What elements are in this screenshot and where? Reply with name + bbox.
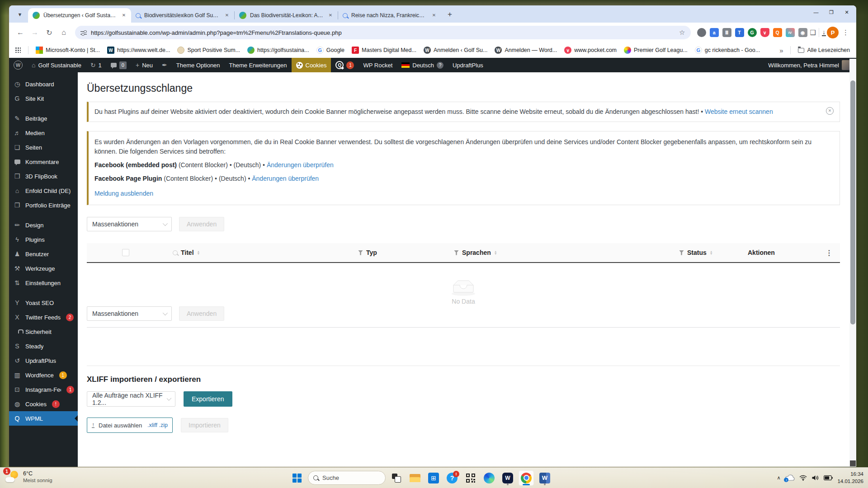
browser-tab[interactable]: Biodiversitätslexikon Golf Susta✕: [131, 8, 234, 23]
chrome-button[interactable]: [519, 470, 534, 486]
downloads-icon[interactable]: ↓: [822, 29, 826, 36]
wp-rocket-menu[interactable]: WP Rocket: [359, 58, 397, 72]
bulk-actions-select[interactable]: Massenaktionen: [87, 217, 172, 231]
sidebar-item-benutzer[interactable]: ♟Benutzer: [9, 247, 78, 261]
pocket-extension-icon[interactable]: ∨: [760, 28, 769, 37]
bookmarks-overflow-icon[interactable]: »: [779, 47, 783, 54]
theme-options-menu[interactable]: Theme Optionen: [172, 58, 225, 72]
reload-button[interactable]: ↻: [42, 26, 56, 39]
close-button[interactable]: ✕: [839, 6, 854, 18]
column-titel[interactable]: Titel▲▼: [173, 243, 200, 262]
get-help-button[interactable]: ?!: [444, 470, 460, 486]
sidebar-item-wordfence[interactable]: ▥Wordfence1: [9, 368, 78, 382]
updraft-menu[interactable]: UpdraftPlus: [448, 58, 488, 72]
forward-button[interactable]: →: [28, 26, 42, 39]
invid-extension-icon[interactable]: iV: [786, 28, 795, 37]
bookmark-item[interactable]: ∨www.pocket.com: [564, 47, 617, 54]
qr-app-button[interactable]: [463, 470, 478, 486]
sidebar-item-medien[interactable]: ♬Medien: [9, 126, 78, 140]
rescan-link[interactable]: Website erneut scannen: [705, 108, 773, 115]
sidebar-item-sicherheit[interactable]: Sicherheit: [9, 324, 78, 339]
tab-close-icon[interactable]: ✕: [120, 12, 127, 19]
wp-logo-menu[interactable]: W: [9, 58, 27, 72]
bookmark-item[interactable]: FMasters Digital Med...: [352, 47, 416, 54]
sidebar-item-site-kit[interactable]: GSite Kit: [9, 91, 78, 106]
review-changes-link[interactable]: Änderungen überprüfen: [252, 175, 319, 182]
taskbar-search[interactable]: Suche: [308, 471, 386, 485]
account-menu[interactable]: Willkommen, Petra Himmel: [764, 58, 856, 72]
sidebar-item-yoast-seo[interactable]: YYoast SEO: [9, 296, 78, 310]
webex-button[interactable]: W: [500, 470, 515, 486]
sidebar-item-kommentare[interactable]: Kommentare: [9, 155, 78, 169]
word-button[interactable]: W: [537, 470, 552, 486]
sidebar-item-twitter-feeds[interactable]: XTwitter Feeds2: [9, 310, 78, 324]
onedrive-icon[interactable]: i: [785, 474, 795, 481]
theme-pen-menu[interactable]: ✒: [157, 58, 172, 72]
sidebar-item-3d-flipbook[interactable]: ❒3D FlipBook: [9, 169, 78, 183]
browser-tab[interactable]: Das Biodiversität-Lexikon: Alles✕: [235, 8, 338, 23]
notice-close-icon[interactable]: ✕: [826, 107, 834, 115]
battery-icon[interactable]: [824, 475, 833, 480]
weather-widget[interactable]: 1 6°C Meist sonnig: [5, 470, 52, 483]
q-search-extension-icon[interactable]: Q: [773, 28, 782, 37]
sidebar-item-wpml[interactable]: QWPML: [9, 411, 78, 426]
file-explorer-button[interactable]: [407, 470, 423, 486]
updates-menu[interactable]: ↻1: [86, 58, 106, 72]
address-bar[interactable]: https://golfsustainable.com/wp-admin/adm…: [75, 26, 691, 39]
hide-message-link[interactable]: Meldung ausblenden: [94, 189, 153, 198]
translate-extension-icon[interactable]: a: [710, 28, 719, 37]
column-sprachen[interactable]: Sprachen▲▼: [454, 243, 497, 262]
restore-button[interactable]: ❐: [824, 6, 839, 18]
start-button[interactable]: [289, 470, 305, 486]
scrollbar-thumb[interactable]: [850, 80, 855, 324]
archive-trash-extension-icon[interactable]: Ⅲ: [722, 28, 731, 37]
profile-avatar[interactable]: P: [827, 27, 839, 38]
filter-icon[interactable]: [454, 250, 459, 255]
sidebar-item-instagram-feed[interactable]: ⊡Instagram-Feed1: [9, 382, 78, 397]
language-menu[interactable]: Deutsch?: [397, 58, 448, 72]
sidebar-item-dashboard[interactable]: ◷Dashboard: [9, 77, 78, 91]
sidebar-item-seiten[interactable]: ❏Seiten: [9, 140, 78, 155]
cookies-menu[interactable]: Cookies: [292, 58, 331, 72]
bookmark-item[interactable]: WAnmelden — Word...: [495, 47, 557, 54]
volume-icon[interactable]: [811, 475, 819, 481]
bookmark-item[interactable]: Whttps://www.welt.de...: [107, 47, 170, 54]
sort-icon[interactable]: ▲▼: [710, 250, 713, 255]
apps-grid-icon[interactable]: [15, 47, 21, 53]
tab-close-icon[interactable]: ✕: [327, 12, 334, 19]
tab-search-button[interactable]: ▼: [14, 8, 26, 21]
browser-tab[interactable]: Reise nach Nizza, Frankreich - S✕: [338, 8, 441, 23]
bookmark-star-icon[interactable]: ☆: [679, 28, 685, 37]
bookmark-item[interactable]: Premier Golf Leagu...: [624, 47, 688, 54]
all-bookmarks-button[interactable]: Alle Lesezeichen: [798, 47, 850, 53]
extensions-icon[interactable]: ❑: [810, 28, 816, 37]
export-button[interactable]: Exportieren: [184, 391, 232, 407]
sidebar-item-enfold-child-de-[interactable]: ⌂Enfold Child (DE): [9, 183, 78, 198]
grammarly-extension-icon[interactable]: G: [748, 28, 757, 37]
review-changes-link[interactable]: Änderungen überprüfen: [267, 161, 334, 169]
sort-icon[interactable]: ▲▼: [494, 250, 497, 255]
sort-icon[interactable]: ▲▼: [197, 250, 200, 255]
search-icon[interactable]: [173, 250, 178, 255]
scrollbar-track[interactable]: [849, 59, 856, 467]
comments-menu[interactable]: 0: [106, 58, 131, 72]
bookmark-item[interactable]: https://golfsustaina...: [247, 47, 309, 54]
sidebar-item-einstellungen[interactable]: ⇅Einstellungen: [9, 276, 78, 290]
sidebar-item-design[interactable]: ✏Design: [9, 218, 78, 232]
microsoft-store-button[interactable]: ⊞: [426, 470, 441, 486]
column-status[interactable]: Status▲▼: [679, 243, 713, 262]
xliff-export-select[interactable]: Alle Aufträge nach XLIFF 1.2...: [87, 391, 175, 407]
tab-close-icon[interactable]: ✕: [430, 12, 438, 19]
theme-extensions-menu[interactable]: Theme Erweiterungen: [225, 58, 292, 72]
wifi-icon[interactable]: [799, 475, 807, 481]
filter-icon[interactable]: [358, 250, 363, 255]
back-button[interactable]: ←: [14, 26, 27, 39]
wpml-menu[interactable]: Q1: [331, 58, 359, 72]
filter-icon[interactable]: [679, 250, 684, 255]
sidebar-item-plugins[interactable]: ϟPlugins: [9, 232, 78, 247]
bookmark-item[interactable]: WAnmelden ‹ Golf Su...: [424, 47, 488, 54]
sidebar-item-werkzeuge[interactable]: ⚒Werkzeuge: [9, 261, 78, 276]
browser-tab[interactable]: Übersetzungen ‹ Golf Sustainab✕: [28, 8, 131, 23]
home-button[interactable]: ⌂: [57, 26, 71, 39]
browser-menu-icon[interactable]: ⋮: [840, 28, 852, 37]
